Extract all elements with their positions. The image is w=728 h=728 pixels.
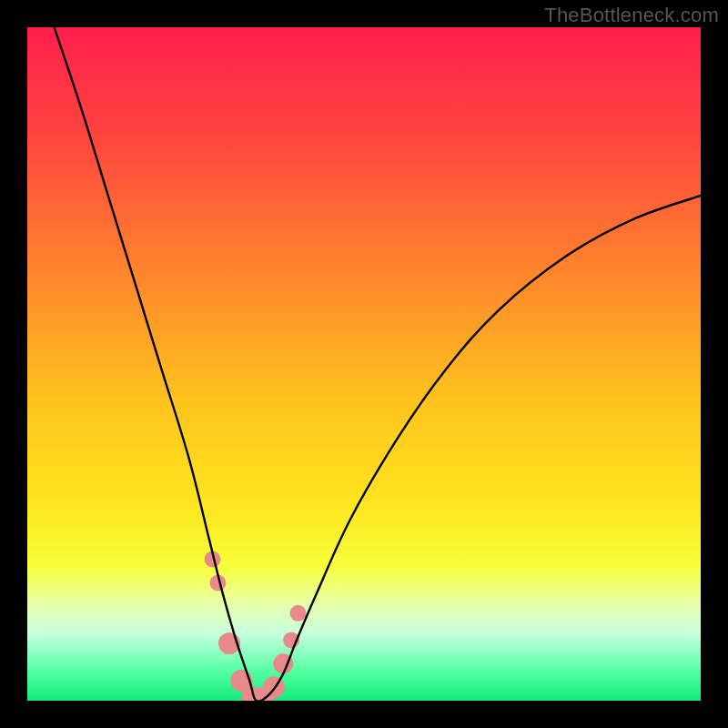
watermark-text: TheBottleneck.com	[544, 4, 719, 27]
chart-frame: TheBottleneck.com	[0, 0, 728, 728]
plot-area	[27, 27, 701, 701]
gradient-background	[27, 27, 701, 701]
chart-svg	[27, 27, 701, 701]
curve-marker	[289, 605, 306, 622]
curve-marker	[263, 676, 285, 698]
